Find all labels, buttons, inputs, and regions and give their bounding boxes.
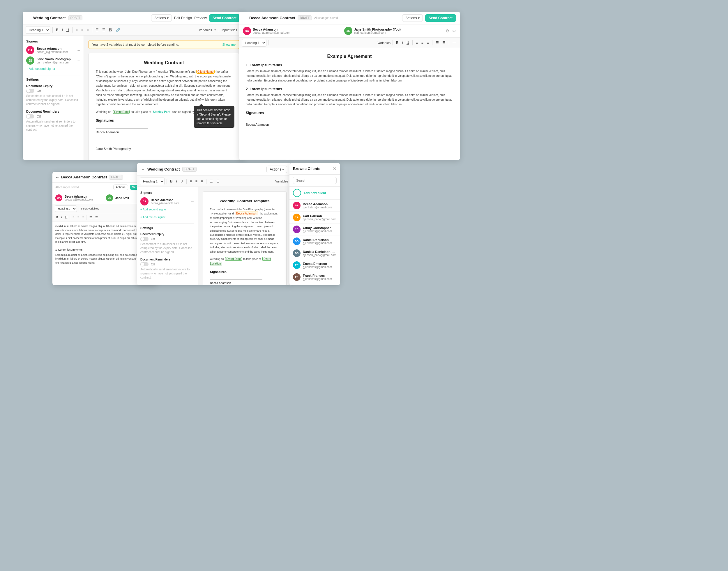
mob-align2[interactable]: ≡ [76, 215, 80, 219]
heading-select[interactable]: Heading 1 [26, 26, 51, 34]
template-content-split: Signers BA Becca Adamson becca_p@example… [137, 187, 291, 285]
align-right-button[interactable]: ≡ [86, 27, 90, 33]
template-expiry-toggle[interactable] [141, 237, 149, 241]
client-row-cc[interactable]: CC Cindy Christopher gjenkslms@gmail.com [289, 224, 340, 235]
preview-title: Becca Adamson Contract [249, 16, 295, 20]
edit-design-button[interactable]: Edit Design [174, 16, 192, 20]
template-add-signer[interactable]: + Add second signer [141, 208, 194, 211]
preview-underline[interactable]: U [405, 40, 410, 45]
mobile-insert-vars[interactable]: Insert Variables [81, 207, 99, 210]
preview-section2-body: Lorem ipsum dolor sit amet, consectetur … [246, 93, 453, 107]
preview-signer-js: JS Jane Smith Photography (You) carl_car… [344, 27, 443, 35]
template-event-date[interactable]: Event Date [225, 257, 242, 261]
template-sep-2 [186, 179, 187, 184]
add-new-client-row[interactable]: + Add new client [289, 187, 340, 200]
variables-label[interactable]: Variables [199, 28, 212, 32]
template-add-me[interactable]: + Add me as signer [141, 216, 194, 219]
template-variables-label[interactable]: Variables [275, 180, 288, 183]
preview-align3[interactable]: ≡ [426, 40, 430, 45]
event-date-var[interactable]: Event Date [113, 110, 129, 114]
mobile-heading-select[interactable]: Heading 1 [55, 206, 77, 212]
mobile-actions-btn[interactable]: Actions [113, 185, 128, 190]
template-heading-select[interactable]: Heading 1 [140, 178, 165, 185]
client-row-ca[interactable]: CA Carl Carlson cjensen_park@gmail.com [289, 212, 340, 224]
tmpl-underline[interactable]: U [179, 179, 184, 184]
underline-button[interactable]: U [65, 27, 70, 33]
link-button[interactable]: 🔗 [115, 27, 121, 33]
template-sigs-title: Signatures [210, 270, 279, 273]
list-numbered-button[interactable]: ☰ [101, 27, 107, 33]
mob-align3[interactable]: ≡ [81, 215, 85, 219]
preview-variables-label[interactable]: Variables [377, 41, 390, 44]
preview-signer-email-js: carl_carlson@gmail.com [354, 31, 443, 34]
client-row-ff[interactable]: FF Frank Frances gjenkslms@gmail.com [289, 271, 340, 283]
client-row-dd[interactable]: DD Daniel Danielson gjenkslms@gmail.com [289, 235, 340, 247]
template-toolbar: Heading 1 B I U ≡ ≡ ≡ ☰ ☰ Variables [137, 176, 291, 187]
client-row-ee[interactable]: EE Emma Emerson gjenkslms@gmail.com [289, 259, 340, 271]
align-left-button[interactable]: ≡ [75, 27, 79, 33]
template-client-var[interactable]: Becca Adamson [235, 212, 258, 215]
signer-menu-ba[interactable]: ··· [77, 48, 80, 52]
preview-heading-select[interactable]: Heading 1 [242, 39, 266, 46]
back-arrow-icon[interactable]: ← [27, 16, 31, 20]
gear-icon-2[interactable]: ⚙ [452, 28, 456, 33]
gear-icon-1[interactable]: ⚙ [446, 28, 449, 33]
mobile-back-icon[interactable]: ← [55, 175, 60, 180]
mob-italic[interactable]: I [60, 215, 63, 219]
template-doc-paper[interactable]: Wedding Contract Template This contract … [203, 192, 286, 285]
template-signer-menu[interactable]: ··· [191, 199, 194, 204]
mob-underline[interactable]: U [64, 215, 69, 219]
bold-button[interactable]: B [55, 27, 60, 33]
tmpl-align1[interactable]: ≡ [189, 179, 193, 184]
client-row-ds[interactable]: DS Daniela Danielson-Smith cjensen_park@… [289, 247, 340, 259]
preview-list2[interactable]: ☰ [441, 40, 447, 45]
client-name-var[interactable]: Client Name [196, 70, 214, 74]
preview-align2[interactable]: ≡ [420, 40, 425, 45]
preview-list1[interactable]: ☰ [435, 40, 440, 45]
client-row-ba[interactable]: BA Becca Adamson gjenkslms@gmail.com [289, 200, 340, 212]
italic-button[interactable]: I [61, 27, 64, 33]
tmpl-list1[interactable]: ☰ [208, 179, 214, 184]
doc-expiry-setting: Document Expiry Off Set contract to auto… [26, 84, 80, 106]
input-fields-label[interactable]: Input fields [221, 28, 237, 32]
signer-menu-js[interactable]: ··· [77, 58, 80, 63]
template-actions-btn[interactable]: Actions ▾ [266, 165, 287, 173]
mob-align1[interactable]: ≡ [71, 215, 75, 219]
tmpl-italic[interactable]: I [175, 179, 178, 184]
client-row-gg[interactable]: GG George Georgeson cjensen_park@gmail.c… [289, 283, 340, 285]
list-button[interactable]: ☰ [94, 27, 100, 33]
tmpl-align2[interactable]: ≡ [194, 179, 199, 184]
preview-send-button[interactable]: Send Contract [425, 14, 456, 22]
tmpl-bold[interactable]: B [169, 179, 174, 184]
preview-back-icon[interactable]: ← [243, 16, 247, 20]
actions-button[interactable]: Actions ▾ [151, 14, 172, 22]
template-reminders-toggle[interactable] [141, 262, 149, 266]
tmpl-align3[interactable]: ≡ [200, 179, 204, 184]
template-back-icon[interactable]: ← [141, 167, 145, 172]
align-center-button[interactable]: ≡ [80, 27, 84, 33]
mob-bold[interactable]: B [55, 215, 59, 219]
expiry-toggle[interactable] [26, 89, 34, 93]
document-paper[interactable]: Wedding Contract This contract between J… [89, 53, 239, 160]
mob-list1[interactable]: ☰ [88, 215, 93, 219]
send-contract-button[interactable]: Send Contract [209, 14, 240, 22]
preview-signer-name-js: Jane Smith Photography (You) [354, 28, 443, 31]
preview-actions-button[interactable]: Actions ▾ [402, 14, 423, 22]
preview-more[interactable]: — [451, 40, 457, 45]
client-email-ee: gjenkslms@gmail.com [303, 265, 337, 269]
browse-search-input[interactable] [293, 177, 337, 184]
add-signer-link[interactable]: + Add second signer [26, 67, 80, 71]
template-signer-name: Becca Adamson [151, 199, 188, 202]
preview-align1[interactable]: ≡ [415, 40, 419, 45]
mob-list2[interactable]: ☰ [94, 215, 99, 219]
image-button[interactable]: 🖼 [108, 27, 113, 33]
toolbar-divider: | [218, 28, 219, 32]
show-me-link[interactable]: Show me [222, 43, 236, 46]
settings-title: Settings [26, 78, 80, 81]
reminders-toggle[interactable] [26, 114, 34, 118]
preview-italic[interactable]: I [401, 40, 404, 45]
browse-close-icon[interactable]: ✕ [333, 166, 337, 172]
preview-bold[interactable]: B [395, 40, 400, 45]
preview-button[interactable]: Preview [194, 16, 207, 20]
tmpl-list2[interactable]: ☰ [215, 179, 221, 184]
